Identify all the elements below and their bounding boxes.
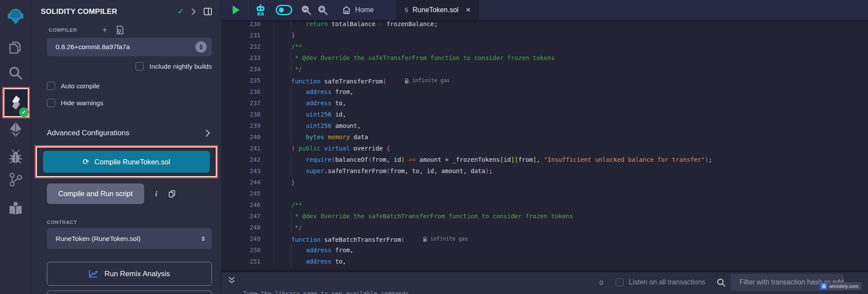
editor-area: Home S RuneToken.sol ✕ 23023123223323423…: [221, 0, 868, 294]
line-number: 249: [221, 233, 274, 244]
terminal-bar: 0 Listen on all transactions Type the li…: [221, 272, 868, 294]
listen-label: Listen on all transactions: [629, 278, 705, 286]
code-lines: return totalBalance - frozenBalance; } /…: [277, 20, 868, 267]
chevron-right-icon[interactable]: [191, 8, 196, 15]
compile-button[interactable]: ⟳ Compile RuneToken.sol: [43, 151, 210, 173]
nightly-builds-label: Include nightly builds: [149, 63, 212, 70]
file-explorer-icon[interactable]: [0, 41, 31, 57]
run-remix-analysis-button[interactable]: Run Remix Analysis: [47, 262, 212, 286]
contract-label: CONTRACT: [47, 220, 77, 225]
annotely-watermark: A annotely.com: [819, 282, 861, 290]
code-line: * @dev Override the safeTransferFrom fun…: [277, 52, 868, 63]
analysis-chart-icon: [89, 270, 98, 278]
line-number: 235: [221, 75, 274, 86]
toolbar-separator: [297, 0, 298, 20]
sidebar-item-solidity-compiler[interactable]: ✓: [4, 89, 28, 116]
tab-runetoken[interactable]: S RuneToken.sol ✕: [396, 0, 479, 20]
annotely-watermark-label: annotely.com: [829, 284, 858, 289]
debugger-icon[interactable]: [0, 150, 31, 164]
ai-copilot-robot-icon[interactable]: [255, 4, 266, 16]
code-line: */: [277, 63, 868, 75]
line-number: 246: [221, 199, 274, 210]
code-line: */: [277, 222, 868, 233]
hide-warnings-label: Hide warnings: [61, 99, 103, 107]
terminal-search-icon[interactable]: [716, 278, 726, 287]
line-number: 243: [221, 165, 274, 177]
code-editor[interactable]: 2302312322332342352362372382392402412422…: [221, 20, 868, 272]
compiler-version-select[interactable]: 0.8.26+commit.8a97fa7a: [47, 38, 212, 56]
solidity-compiler-panel: SOLIDITY COMPILER ✓ COMPILER + 0.8.26+co…: [31, 0, 221, 294]
compile-and-run-button[interactable]: Compile and Run script: [47, 184, 144, 204]
code-line: bytes memory data: [277, 131, 868, 143]
gas-estimate-annotation: infinite gas: [405, 75, 450, 86]
line-number: 237: [221, 97, 274, 109]
line-number: 242: [221, 154, 274, 165]
code-line: ) public virtual override {: [277, 143, 868, 154]
compile-success-badge: ✓: [19, 107, 29, 117]
solidity-file-icon: S: [405, 7, 408, 14]
line-number: 230: [221, 20, 274, 30]
code-line: /**: [277, 41, 868, 52]
collapse-terminal-icon[interactable]: [228, 277, 235, 284]
nightly-builds-checkbox[interactable]: [135, 62, 144, 70]
line-number: 250: [221, 244, 274, 256]
annotely-logo-icon: A: [821, 283, 827, 289]
line-number: 240: [221, 131, 274, 143]
run-script-play-icon[interactable]: [233, 6, 240, 14]
version-select-arrows-icon: [195, 41, 207, 53]
copilot-toggle[interactable]: [276, 5, 292, 15]
next-section-button-edge[interactable]: [47, 291, 212, 294]
home-icon: [342, 6, 351, 14]
line-number: 238: [221, 109, 274, 120]
add-compiler-icon[interactable]: +: [102, 26, 108, 34]
run-script-row: Compile and Run script i: [47, 184, 175, 204]
panel-header: SOLIDITY COMPILER ✓: [31, 0, 221, 16]
contract-select-value: RuneToken (RuneToken.sol): [56, 235, 201, 243]
advanced-configurations[interactable]: Advanced Configurations: [47, 129, 210, 137]
line-number: 245: [221, 188, 274, 199]
line-number: 248: [221, 222, 274, 233]
promote-version-icon[interactable]: [116, 26, 124, 34]
copy-icon[interactable]: [168, 190, 175, 198]
terminal-prompt-strip[interactable]: Type the library name to see available c…: [243, 290, 868, 294]
git-icon[interactable]: [0, 172, 31, 187]
panel-title: SOLIDITY COMPILER: [41, 7, 178, 16]
close-tab-icon[interactable]: ✕: [465, 6, 471, 14]
hide-warnings-checkbox[interactable]: [47, 99, 55, 107]
code-line: address to,: [277, 256, 868, 267]
gutter-border: [274, 20, 274, 272]
code-line: address from,: [277, 244, 868, 256]
code-line: address from,: [277, 86, 868, 97]
tab-home-label: Home: [355, 6, 374, 14]
auto-compile-row: Auto compile: [47, 82, 221, 90]
tab-home[interactable]: Home: [342, 6, 374, 14]
chevron-right-icon: [205, 129, 210, 137]
code-line: function safeBatchTransferFrom(infinite …: [277, 233, 868, 244]
gutter: 2302312322332342352362372382392402412422…: [221, 20, 274, 267]
code-line: super.safeTransferFrom(from, to, id, amo…: [277, 165, 868, 177]
gas-estimate-annotation: infinite gas: [423, 233, 468, 244]
info-icon[interactable]: i: [155, 190, 157, 198]
compiled-check-icon: ✓: [178, 7, 184, 16]
line-number: 233: [221, 52, 274, 63]
hide-warnings-row: Hide warnings: [47, 99, 221, 107]
toolbar-separator: [248, 0, 249, 20]
remix-logo[interactable]: [0, 8, 31, 25]
line-number: 247: [221, 210, 274, 222]
line-number: 231: [221, 30, 274, 41]
advanced-configurations-label: Advanced Configurations: [47, 129, 205, 137]
listen-row: Listen on all transactions: [616, 278, 705, 286]
zoom-out-icon[interactable]: [301, 5, 311, 15]
contract-select-arrows-icon: [201, 236, 205, 241]
auto-compile-checkbox[interactable]: [47, 82, 55, 90]
pin-panel-icon[interactable]: [204, 8, 212, 15]
contract-select[interactable]: RuneToken (RuneToken.sol): [47, 228, 212, 249]
listen-checkbox[interactable]: [616, 278, 624, 286]
search-icon[interactable]: [0, 65, 31, 81]
code-line: }: [277, 177, 868, 188]
compiler-label-row: COMPILER +: [49, 26, 212, 34]
learn-icon[interactable]: [0, 201, 31, 216]
auto-compile-label: Auto compile: [61, 82, 100, 90]
deploy-run-icon[interactable]: [0, 121, 31, 138]
zoom-in-icon[interactable]: [317, 5, 328, 15]
